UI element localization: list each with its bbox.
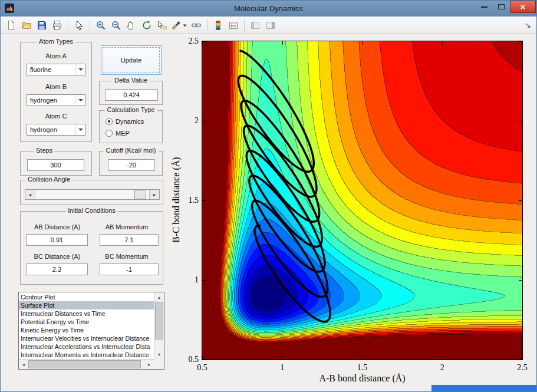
toolbar-separator xyxy=(90,19,90,31)
list-item[interactable]: Internuclear Accelerations vs Internucle… xyxy=(19,342,154,351)
insert-legend-button[interactable] xyxy=(226,18,241,32)
show-plot-tools-button[interactable] xyxy=(263,18,278,32)
x-tick-label: 0.5 xyxy=(197,363,207,373)
slider-track[interactable] xyxy=(35,190,149,199)
atom-a-value: fluorine xyxy=(30,66,51,73)
rotate-3d-icon xyxy=(141,20,152,31)
x-tick-label: 1.5 xyxy=(357,363,368,373)
save-icon xyxy=(37,20,47,31)
horizontal-scrollbar[interactable]: ◄ ► xyxy=(19,359,154,369)
scroll-down-button[interactable]: ▼ xyxy=(154,350,164,359)
x-axis-label: A-B bond distance (Å) xyxy=(319,373,405,384)
minimize-button[interactable] xyxy=(476,1,493,13)
print-button[interactable] xyxy=(50,18,64,32)
pointer-icon xyxy=(74,20,84,31)
vertical-scrollbar[interactable]: ▲ ▼ xyxy=(154,292,164,359)
calc-type-title: Calculation Type xyxy=(104,106,157,113)
titlebar[interactable]: Molecular Dynamics × xyxy=(1,1,536,17)
plot-area: A-B bond distance (Å) B-C bond distance … xyxy=(202,41,523,360)
rotate-3d-button[interactable] xyxy=(140,18,154,32)
list-item[interactable]: Contour Plot xyxy=(19,293,154,301)
radio-mep[interactable]: MEP xyxy=(106,130,130,137)
list-item[interactable]: Internuclear Momenta vs Internuclear Dis… xyxy=(19,351,154,359)
list-item[interactable]: Internuclear Velocities vs Internuclear … xyxy=(19,334,154,342)
atom-c-dropdown-arrow[interactable] xyxy=(75,124,85,135)
data-cursor-button[interactable] xyxy=(155,18,169,32)
pes-canvas[interactable] xyxy=(202,41,522,360)
delta-value-field[interactable]: 0.424 xyxy=(105,89,158,101)
pan-button[interactable] xyxy=(124,18,139,32)
y-tick-label: 1 xyxy=(195,275,199,285)
chevron-down-icon xyxy=(78,99,83,101)
scroll-right-button[interactable]: ► xyxy=(144,360,154,369)
zoom-out-button[interactable] xyxy=(109,18,123,32)
atom-a-dropdown-arrow[interactable] xyxy=(75,64,85,75)
open-file-button[interactable] xyxy=(19,18,34,32)
delta-value-title: Delta Value xyxy=(112,77,150,84)
vertical-scroll-thumb[interactable] xyxy=(155,302,163,340)
atom-types-panel: Atom Types Atom A fluorine Atom B hydrog… xyxy=(20,42,92,142)
window-title: Molecular Dynamics xyxy=(1,4,536,13)
radio-dynamics[interactable]: Dynamics xyxy=(106,118,144,125)
taskbar-fragment xyxy=(431,385,536,391)
list-item[interactable]: Kinetic Energy vs Time xyxy=(19,326,154,334)
calc-type-panel: Calculation Type Dynamics MEP xyxy=(99,110,163,143)
list-item[interactable]: Surface Plot xyxy=(19,301,154,309)
brush-icon xyxy=(171,20,187,31)
collision-angle-thumb[interactable] xyxy=(134,190,146,199)
x-tick-label: 1 xyxy=(280,363,284,373)
scroll-up-button[interactable]: ▲ xyxy=(154,292,164,302)
list-item[interactable]: Potential Energy vs Time xyxy=(19,318,154,326)
close-button[interactable]: × xyxy=(510,1,536,13)
slider-right-arrow[interactable]: ► xyxy=(149,190,159,199)
maximize-button[interactable] xyxy=(493,1,510,13)
atom-types-title: Atom Types xyxy=(37,38,75,45)
slider-left-arrow[interactable]: ◄ xyxy=(25,190,35,199)
horizontal-scroll-thumb[interactable] xyxy=(28,360,141,368)
hide-plot-tools-button[interactable] xyxy=(248,18,262,32)
ab-momentum-field[interactable]: 7.1 xyxy=(100,234,159,246)
toolbar-separator xyxy=(68,19,68,31)
update-button[interactable]: Update xyxy=(101,45,162,75)
y-tick-label: 0.5 xyxy=(189,355,199,364)
link-plots-button[interactable] xyxy=(189,18,203,32)
link-plots-icon xyxy=(191,20,202,31)
atom-c-select[interactable]: hydrogen xyxy=(27,124,85,136)
atom-b-dropdown-arrow[interactable] xyxy=(75,95,85,106)
plot-list-items: Contour Plot Surface Plot Internuclear D… xyxy=(19,293,154,359)
brush-button[interactable] xyxy=(170,18,188,32)
dock-figure-button[interactable]: ↘ xyxy=(525,21,533,29)
ab-distance-label: AB Distance (A) xyxy=(21,223,94,230)
arrow-right-icon: ► xyxy=(147,363,151,367)
bc-distance-field[interactable]: 2.3 xyxy=(26,263,88,275)
atom-b-value: hydrogen xyxy=(30,97,57,104)
hide-plot-tools-icon xyxy=(250,20,261,31)
cutoff-field[interactable]: -20 xyxy=(108,159,155,171)
scrollbar-corner xyxy=(154,359,164,369)
app-window: Molecular Dynamics × xyxy=(0,0,537,392)
scroll-left-button[interactable]: ◄ xyxy=(19,360,28,369)
list-item[interactable]: Internuclear Distances vs Time xyxy=(19,309,154,318)
plot-list: Contour Plot Surface Plot Internuclear D… xyxy=(18,292,164,370)
delta-value-panel: Delta Value 0.424 xyxy=(99,81,163,105)
atom-a-select[interactable]: fluorine xyxy=(27,64,85,75)
steps-field[interactable]: 300 xyxy=(27,159,84,171)
collision-angle-slider[interactable]: ◄ ► xyxy=(25,189,160,200)
bc-distance-label: BC Distance (A) xyxy=(21,253,94,260)
y-tick-label: 2.5 xyxy=(189,37,199,46)
edit-plot-button[interactable] xyxy=(72,18,86,32)
arrow-up-icon: ▲ xyxy=(157,295,162,299)
ab-momentum-label: AB Momentum xyxy=(91,223,162,230)
ab-distance-field[interactable]: 0.91 xyxy=(26,234,88,246)
y-tick-label: 2 xyxy=(195,116,199,126)
radio-mep-label: MEP xyxy=(116,130,130,137)
atom-b-select[interactable]: hydrogen xyxy=(27,94,85,106)
insert-colorbar-button[interactable] xyxy=(211,18,225,32)
save-button[interactable] xyxy=(35,18,49,32)
atom-b-label: Atom B xyxy=(21,83,91,90)
new-file-button[interactable] xyxy=(4,18,18,32)
bc-momentum-field[interactable]: -1 xyxy=(100,263,159,275)
chevron-down-icon xyxy=(78,68,83,71)
zoom-in-button[interactable] xyxy=(94,18,108,32)
y-axis-label: B-C bond distance (Å) xyxy=(171,157,182,242)
